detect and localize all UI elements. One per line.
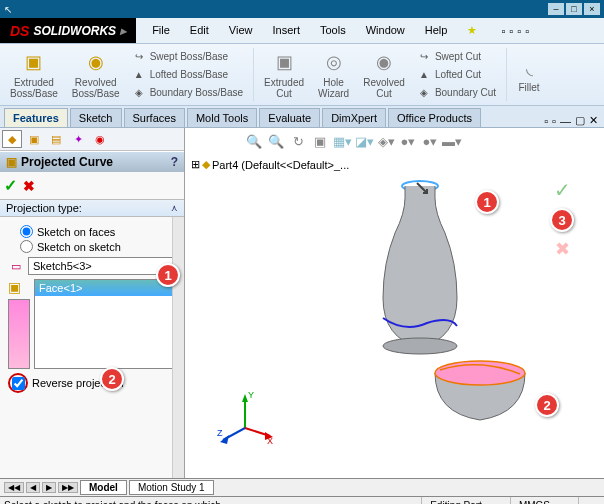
status-mode: Editing Part	[421, 497, 490, 504]
menu-help[interactable]: Help	[417, 22, 456, 39]
menu-view[interactable]: View	[221, 22, 261, 39]
tab-sketch[interactable]: Sketch	[70, 108, 122, 127]
reverse-checkbox[interactable]	[12, 377, 25, 390]
fillet-button[interactable]: ◟ Fillet	[513, 54, 545, 95]
hole-wizard-button[interactable]: ◎ Hole Wizard	[314, 49, 353, 101]
confirm-ok-icon[interactable]: ✓	[554, 178, 571, 202]
tab-evaluate[interactable]: Evaluate	[259, 108, 320, 127]
boundary-boss-button[interactable]: ◈Boundary Boss/Base	[130, 85, 245, 101]
face-listbox[interactable]: Face<1>	[34, 279, 176, 369]
opt-sketch-on-faces[interactable]: Sketch on faces	[20, 225, 176, 238]
tab-model[interactable]: Model	[80, 480, 127, 495]
section-header[interactable]: Projection type: ⋏	[0, 199, 184, 217]
nav-first-icon[interactable]: ◀◀	[4, 482, 24, 493]
toolbar-more-icon[interactable]: ▫	[525, 25, 529, 37]
tree-root[interactable]: Part4 (Default<<Default>_...	[212, 159, 349, 171]
nav-prev-icon[interactable]: ◀	[26, 482, 40, 493]
revolved-boss-button[interactable]: ◉ Revolved Boss/Base	[68, 49, 124, 101]
lofted-cut-button[interactable]: ▲Lofted Cut	[415, 67, 498, 83]
help-icon[interactable]: ?	[171, 155, 178, 169]
swept-cut-button[interactable]: ↪Swept Cut	[415, 49, 498, 65]
rotate-icon[interactable]: ↻	[289, 132, 307, 150]
property-tab-icon[interactable]: ▣	[24, 130, 44, 148]
dimx-tab-icon[interactable]: ✦	[68, 130, 88, 148]
opt-sketch-on-sketch[interactable]: Sketch on sketch	[20, 240, 176, 253]
face-list-item[interactable]: Face<1>	[35, 280, 175, 296]
revolved-cut-button[interactable]: ◉ Revolved Cut	[359, 49, 409, 101]
view-maximize-icon[interactable]: ▢	[575, 114, 585, 127]
star-icon[interactable]: ★	[459, 22, 485, 39]
menu-file[interactable]: File	[144, 22, 178, 39]
nav-last-icon[interactable]: ▶▶	[58, 482, 78, 493]
lofted-boss-button[interactable]: ▲Lofted Boss/Base	[130, 67, 245, 83]
sketch-select-input[interactable]	[28, 257, 176, 275]
app-logo: DS SOLIDWORKS ▸	[0, 18, 136, 43]
tab-motion-study[interactable]: Motion Study 1	[129, 480, 214, 495]
panel-scrollbar[interactable]	[172, 217, 184, 478]
config-tab-icon[interactable]: ▤	[46, 130, 66, 148]
hide-show-icon[interactable]: ◈▾	[377, 132, 395, 150]
appearance-icon[interactable]: ●▾	[399, 132, 417, 150]
section-icon[interactable]: ▣	[311, 132, 329, 150]
menu-bar: DS SOLIDWORKS ▸ File Edit View Insert To…	[0, 18, 604, 44]
save-icon[interactable]: ▫	[517, 25, 521, 37]
feature-title-bar: ▣ Projected Curve ?	[0, 151, 184, 172]
tab-dimxpert[interactable]: DimXpert	[322, 108, 386, 127]
extruded-boss-button[interactable]: ▣ Extruded Boss/Base	[6, 49, 62, 101]
boundary-cut-icon: ◈	[417, 86, 431, 100]
view-icon-2[interactable]: ▫	[552, 115, 556, 127]
axis-triad[interactable]: Y X Z	[215, 388, 275, 448]
view-close-icon[interactable]: ✕	[589, 114, 598, 127]
svg-text:Y: Y	[248, 390, 254, 400]
render-tab-icon[interactable]: ◉	[90, 130, 110, 148]
cancel-icon[interactable]: ✖	[23, 178, 35, 194]
ds-logo-icon: DS	[10, 23, 29, 39]
tab-features[interactable]: Features	[4, 108, 68, 127]
expand-icon[interactable]: ⊞	[191, 158, 200, 171]
display-style-icon[interactable]: ▦▾	[333, 132, 351, 150]
nav-next-icon[interactable]: ▶	[42, 482, 56, 493]
bottle-model[interactable]	[365, 178, 475, 358]
render-icon[interactable]: ▬▾	[443, 132, 461, 150]
view-orient-icon[interactable]: ◪▾	[355, 132, 373, 150]
pointer-icon: ↖	[4, 4, 12, 15]
menu-edit[interactable]: Edit	[182, 22, 217, 39]
svg-text:Z: Z	[217, 428, 223, 438]
radio-sketch[interactable]	[20, 240, 33, 253]
tab-mold-tools[interactable]: Mold Tools	[187, 108, 257, 127]
scene-icon[interactable]: ●▾	[421, 132, 439, 150]
radio-faces[interactable]	[20, 225, 33, 238]
menu-tools[interactable]: Tools	[312, 22, 354, 39]
minimize-button[interactable]: –	[548, 3, 564, 15]
callout-view-3: 3	[550, 208, 574, 232]
close-button[interactable]: ×	[584, 3, 600, 15]
hole-wizard-icon: ◎	[322, 51, 346, 75]
swept-boss-button[interactable]: ↪Swept Boss/Base	[130, 49, 245, 65]
view-minimize-icon[interactable]: —	[560, 115, 571, 127]
flyout-tree[interactable]: ⊞ ◆ Part4 (Default<<Default>_...	[191, 158, 349, 171]
new-file-icon[interactable]: ▫	[501, 25, 505, 37]
callout-view-1: 1	[475, 190, 499, 214]
status-units[interactable]: MMGS	[510, 497, 558, 504]
boundary-cut-button[interactable]: ◈Boundary Cut	[415, 85, 498, 101]
confirm-cancel-icon[interactable]: ✖	[555, 238, 570, 260]
zoom-fit-icon[interactable]: 🔍	[245, 132, 263, 150]
status-message: Select a sketch to project and the faces…	[4, 500, 401, 504]
extruded-cut-button[interactable]: ▣ Extruded Cut	[260, 49, 308, 101]
open-file-icon[interactable]: ▫	[509, 25, 513, 37]
maximize-button[interactable]: □	[566, 3, 582, 15]
tab-office-products[interactable]: Office Products	[388, 108, 481, 127]
view-icon-1[interactable]: ▫	[544, 115, 548, 127]
menu-window[interactable]: Window	[358, 22, 413, 39]
menu-insert[interactable]: Insert	[264, 22, 308, 39]
zoom-window-icon[interactable]: 🔍	[267, 132, 285, 150]
callout-panel-1: 1	[156, 263, 180, 287]
bowl-model[interactable]	[425, 358, 535, 428]
model-viewport[interactable]: 🔍 🔍 ↻ ▣ ▦▾ ◪▾ ◈▾ ●▾ ●▾ ▬▾ ⊞ ◆ Part4 (Def…	[185, 128, 604, 478]
extruded-boss-icon: ▣	[22, 51, 46, 75]
tree-tab-icon[interactable]: ◆	[2, 130, 22, 148]
tab-surfaces[interactable]: Surfaces	[124, 108, 185, 127]
ok-icon[interactable]: ✓	[4, 176, 17, 195]
reverse-row[interactable]: Reverse projection	[8, 373, 176, 393]
status-pin-icon[interactable]: ▵	[578, 497, 600, 504]
